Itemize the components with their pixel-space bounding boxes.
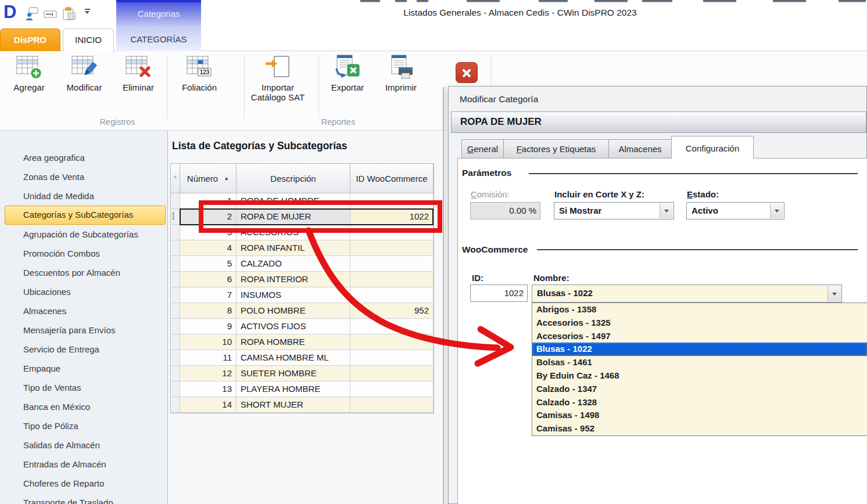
- cell-id-woocommerce[interactable]: [350, 350, 434, 366]
- cell-numero[interactable]: 12: [180, 366, 237, 381]
- dropdown-option-accesorios-1497[interactable]: Accesorios - 1497: [532, 330, 867, 343]
- sidebar-item-servicio-de-entrega[interactable]: Servicio de Entrega: [0, 340, 167, 359]
- dropdown-option-camisas-952[interactable]: Camisas - 952: [532, 422, 867, 435]
- sidebar-item-categor-as-y-subcategor-as[interactable]: Categorías y SubCategorías: [5, 206, 166, 225]
- grid-header-numero[interactable]: Número ▲: [180, 164, 237, 193]
- cell-descripcion[interactable]: ROPA DE MUJER: [237, 209, 350, 225]
- dropdown-option-camisas-1498[interactable]: Camisas - 1498: [532, 409, 867, 422]
- cell-id-woocommerce[interactable]: 952: [350, 303, 434, 319]
- chevron-down-icon[interactable]: [660, 203, 673, 218]
- cell-descripcion[interactable]: PLAYERA HOMBRE: [237, 381, 350, 397]
- cell-id-woocommerce[interactable]: [350, 381, 434, 397]
- cell-numero[interactable]: 11: [180, 350, 237, 366]
- dropdown-option-by-eduin-caz-1468[interactable]: By Eduin Caz - 1468: [532, 369, 867, 383]
- table-row-polo-hombre[interactable]: 8POLO HOMBRE952: [171, 303, 434, 319]
- cell-descripcion[interactable]: ACCESORIOS: [237, 225, 350, 240]
- dropdown-option-blusas-1022[interactable]: Blusas - 1022: [532, 343, 867, 356]
- grid-header-id-woocommerce[interactable]: ID WooCommerce: [350, 164, 434, 193]
- table-row-calzado[interactable]: 5CALZADO: [171, 256, 434, 272]
- cell-descripcion[interactable]: ROPA DE HOMBRE: [237, 193, 350, 209]
- estado-combobox[interactable]: Activo: [686, 202, 784, 219]
- sidebar-item-promoci-n-combos[interactable]: Promoción Combos: [0, 244, 167, 263]
- dialog-tab-configuraci-n[interactable]: Configuración: [671, 136, 754, 159]
- cell-numero[interactable]: 8: [180, 303, 237, 319]
- grid-header-descripcion[interactable]: Descripción: [237, 164, 350, 193]
- dropdown-option-abrigos-1358[interactable]: Abrigos - 1358: [532, 303, 867, 316]
- quick-access-dropdown-icon[interactable]: [84, 8, 92, 15]
- cell-id-woocommerce[interactable]: [350, 334, 434, 350]
- sidebar-item-agrupaci-n-de-subcategor-as[interactable]: Agrupación de Subcategorías: [0, 225, 167, 244]
- cell-id-woocommerce[interactable]: [350, 225, 434, 240]
- sidebar-item-tipo-de-p-liza[interactable]: Tipo de Póliza: [0, 416, 167, 435]
- dropdown-option-calzado-1347[interactable]: Calzado - 1347: [532, 383, 867, 396]
- chat-person-icon[interactable]: [24, 6, 40, 20]
- table-row-camisa-hombre-ml[interactable]: 11CAMISA HOMBRE ML: [171, 350, 434, 366]
- dialog-tab-almacenes[interactable]: Almacenes: [609, 139, 672, 159]
- cell-id-woocommerce[interactable]: [350, 397, 434, 413]
- table-row-playera-hombre[interactable]: 13PLAYERA HOMBRE: [171, 381, 434, 397]
- cell-numero[interactable]: 6: [180, 272, 237, 287]
- cell-numero[interactable]: 13: [180, 381, 237, 397]
- cell-numero[interactable]: 14: [180, 397, 237, 413]
- ribbon-button-eliminar[interactable]: Eliminar: [114, 54, 163, 92]
- table-row-sueter-hombre[interactable]: 12SUETER HOMBRE: [171, 366, 434, 381]
- cell-id-woocommerce[interactable]: [350, 240, 434, 256]
- sidebar-item-mensajer-a-para-env-os[interactable]: Mensajería para Envíos: [0, 321, 167, 340]
- dialog-tab-general[interactable]: General: [461, 139, 504, 159]
- tab-categorias[interactable]: CATEGORÍAS: [116, 27, 201, 51]
- sidebar-item-area-geografica[interactable]: Area geografica: [0, 148, 167, 167]
- cell-numero[interactable]: 7: [180, 287, 237, 303]
- table-row-ropa-interior[interactable]: 6ROPA INTERIOR: [171, 272, 434, 287]
- woocommerce-id-field[interactable]: 1022: [470, 285, 528, 302]
- sidebar-item-descuentos-por-almac-n[interactable]: Descuentos por Almacén: [0, 263, 167, 282]
- cell-numero[interactable]: 4: [180, 240, 237, 256]
- cell-id-woocommerce[interactable]: [350, 272, 434, 287]
- table-row-insumos[interactable]: 7INSUMOS: [171, 287, 434, 303]
- close-view-button[interactable]: [456, 62, 478, 83]
- cell-descripcion[interactable]: CAMISA HOMBRE ML: [237, 350, 350, 366]
- cell-descripcion[interactable]: ROPA INTERIOR: [237, 272, 350, 287]
- sidebar-item-ubicaciones[interactable]: Ubicaciones: [0, 282, 167, 301]
- cell-descripcion[interactable]: ROPA HOMBRE: [237, 334, 350, 350]
- ribbon-button-importar-cat-logo-sat[interactable]: Importar Catálogo SAT: [244, 54, 311, 102]
- sidebar-item-entradas-de-almac-n[interactable]: Entradas de Almacén: [0, 455, 167, 474]
- cell-numero[interactable]: 2: [180, 209, 237, 225]
- sidebar-item-almacenes[interactable]: Almacenes: [0, 301, 167, 321]
- dropdown-option-bolsas-1461[interactable]: Bolsas - 1461: [532, 356, 867, 369]
- table-row-ropa-de-hombre[interactable]: 1ROPA DE HOMBRE: [171, 193, 434, 209]
- table-row-ropa-infantil[interactable]: 4ROPA INFANTIL: [171, 240, 434, 256]
- sidebar-item-zonas-de-venta[interactable]: Zonas de Venta: [0, 167, 167, 186]
- cell-descripcion[interactable]: CALZADO: [237, 256, 350, 272]
- table-row-ropa-de-mujer[interactable]: 2ROPA DE MUJER1022: [171, 209, 434, 225]
- cell-id-woocommerce[interactable]: [350, 193, 434, 209]
- chevron-down-icon[interactable]: [827, 286, 841, 301]
- text-field-icon[interactable]: [43, 6, 58, 20]
- tab-inicio[interactable]: INICIO: [63, 28, 114, 52]
- cell-descripcion[interactable]: SHORT MUJER: [237, 397, 350, 413]
- cell-id-woocommerce[interactable]: [350, 366, 434, 381]
- cell-descripcion[interactable]: INSUMOS: [237, 287, 350, 303]
- sidebar-item-empaque[interactable]: Empaque: [0, 359, 167, 378]
- cell-descripcion[interactable]: POLO HOMBRE: [237, 303, 350, 319]
- cell-numero[interactable]: 5: [180, 256, 237, 272]
- cell-descripcion[interactable]: SUETER HOMBRE: [237, 366, 350, 381]
- table-row-accesorios[interactable]: 3ACCESORIOS: [171, 225, 434, 240]
- dialog-tab-factores-y-etiquetas[interactable]: Factores y Etiquetas: [504, 139, 609, 159]
- clipboard-grid-icon[interactable]: [62, 6, 77, 20]
- cell-id-woocommerce[interactable]: [350, 256, 434, 272]
- ribbon-button-exportar[interactable]: Exportar: [323, 54, 372, 92]
- ribbon-button-agregar[interactable]: Agregar: [5, 54, 53, 92]
- sidebar-item-salidas-de-almac-n[interactable]: Salidas de Almacén: [0, 435, 167, 455]
- table-row-short-mujer[interactable]: 14SHORT MUJER: [171, 397, 434, 413]
- corte-combobox[interactable]: Si Mostrar: [554, 202, 674, 219]
- sidebar-item-transporte-de-traslado[interactable]: Transporte de Traslado: [0, 493, 167, 504]
- chevron-down-icon[interactable]: [770, 203, 783, 218]
- ribbon-button-foliaci-n[interactable]: 123Foliación: [173, 54, 225, 92]
- cell-id-woocommerce[interactable]: [350, 319, 434, 334]
- dropdown-option-calzado-1328[interactable]: Calzado - 1328: [532, 396, 867, 409]
- cell-numero[interactable]: 3: [180, 225, 237, 240]
- sidebar-item-tipo-de-ventas[interactable]: Tipo de Ventas: [0, 378, 167, 397]
- sidebar-item-unidad-de-medida[interactable]: Unidad de Medida: [0, 186, 167, 206]
- ribbon-button-modificar[interactable]: Modificar: [57, 54, 112, 92]
- cell-numero[interactable]: 1: [180, 193, 237, 209]
